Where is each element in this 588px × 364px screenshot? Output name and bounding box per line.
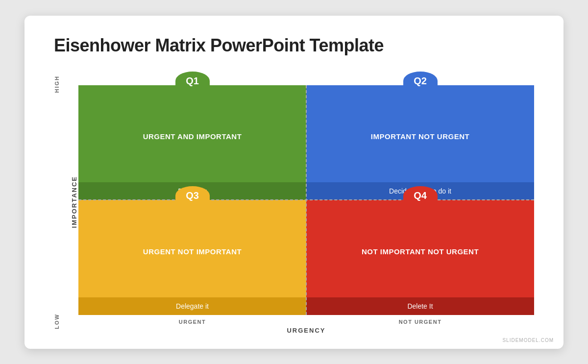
q4-label: Q4 [414, 191, 427, 200]
quadrant-q4: Q4 NOT IMPORTANT NOT URGENT Delete It [306, 200, 534, 315]
urgent-label: URGENT [78, 319, 306, 325]
q2-title: IMPORTANT NOT URGENT [363, 85, 477, 183]
slide-container: Eisenhower Matrix PowerPoint Template HI… [24, 16, 564, 349]
high-low-labels: HIGH LOW [54, 71, 69, 334]
q4-title: NOT IMPORTANT NOT URGENT [354, 200, 487, 297]
urgency-label: URGENCY [78, 327, 534, 334]
high-label: HIGH [54, 75, 69, 93]
q3-label: Q3 [186, 191, 199, 200]
q4-inner: NOT IMPORTANT NOT URGENT Delete It [306, 200, 534, 315]
low-label: LOW [54, 314, 69, 329]
matrix-area: HIGH LOW IMPORTANCE Q1 URGENT AND IMPORT… [54, 71, 534, 334]
x-axis-sublabels: URGENT NOT URGENT [78, 319, 534, 325]
q2-label: Q2 [414, 76, 427, 86]
q4-action: Delete It [306, 297, 534, 315]
quadrant-q1: Q1 URGENT AND IMPORTANT Do it now [78, 85, 306, 200]
q3-tab: Q3 [175, 186, 210, 205]
slide-title: Eisenhower Matrix PowerPoint Template [54, 35, 534, 56]
y-axis: HIGH LOW IMPORTANCE [54, 71, 78, 334]
q3-action: Delegate it [78, 297, 306, 315]
q3-inner: URGENT NOT IMPORTANT Delegate it [78, 200, 306, 315]
q1-label: Q1 [186, 76, 199, 86]
q1-inner: URGENT AND IMPORTANT Do it now [78, 85, 306, 200]
q2-inner: IMPORTANT NOT URGENT Decide when to do i… [306, 85, 534, 200]
q1-title: URGENT AND IMPORTANT [135, 85, 250, 183]
quadrant-q2: Q2 IMPORTANT NOT URGENT Decide when to d… [306, 85, 534, 200]
q2-tab: Q2 [403, 72, 438, 90]
not-urgent-label: NOT URGENT [306, 319, 534, 325]
q3-title: URGENT NOT IMPORTANT [135, 200, 249, 297]
q1-tab: Q1 [175, 72, 210, 90]
quadrant-q3: Q3 URGENT NOT IMPORTANT Delegate it [78, 200, 306, 315]
matrix-grid: Q1 URGENT AND IMPORTANT Do it now Q2 IMP… [78, 85, 534, 315]
right-section: Q1 URGENT AND IMPORTANT Do it now Q2 IMP… [78, 71, 534, 334]
q4-tab: Q4 [403, 186, 438, 205]
watermark: SLIDEMODEL.COM [502, 338, 554, 343]
importance-label: IMPORTANCE [71, 176, 78, 228]
